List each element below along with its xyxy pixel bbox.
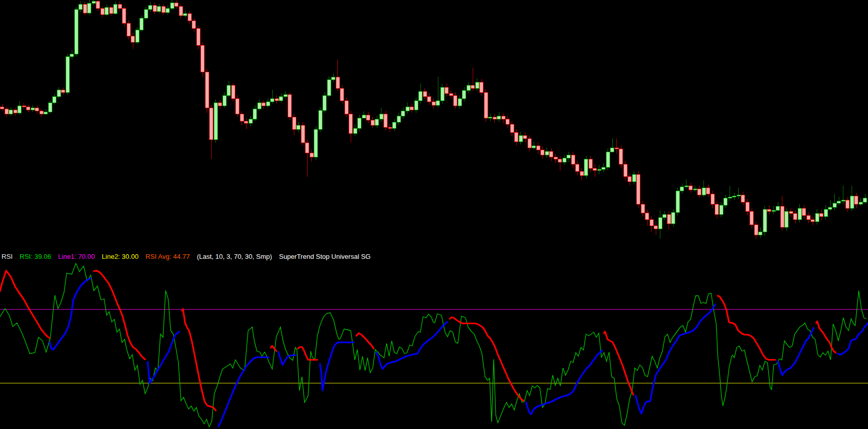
candle bbox=[497, 116, 501, 119]
candle bbox=[471, 85, 475, 88]
candle bbox=[672, 212, 675, 223]
candle bbox=[266, 101, 270, 106]
candle bbox=[406, 107, 409, 111]
supertrend-segment-down bbox=[450, 317, 523, 401]
candle bbox=[214, 103, 217, 139]
candle bbox=[135, 30, 139, 42]
candle bbox=[35, 108, 39, 111]
overlay-indicator-name: SuperTrend Stop Universal SG bbox=[279, 253, 371, 260]
candle bbox=[53, 96, 56, 103]
candle bbox=[702, 188, 705, 195]
candle bbox=[292, 117, 296, 129]
candle bbox=[658, 217, 662, 229]
supertrend-segment-down bbox=[604, 332, 633, 395]
candle bbox=[205, 72, 209, 108]
candle bbox=[528, 138, 531, 148]
candle bbox=[271, 98, 274, 101]
candle bbox=[123, 8, 126, 23]
candle bbox=[741, 195, 745, 202]
candle bbox=[118, 4, 122, 8]
candle bbox=[772, 210, 775, 211]
supertrend-segment-up bbox=[148, 332, 179, 383]
candle bbox=[179, 6, 183, 15]
candle bbox=[550, 151, 553, 157]
candle bbox=[284, 94, 287, 96]
indicator-value-line2: Line2: 30.00 bbox=[102, 253, 139, 260]
candle bbox=[719, 205, 723, 214]
candle bbox=[593, 168, 597, 170]
candle bbox=[140, 18, 144, 30]
candle bbox=[18, 106, 22, 113]
candle bbox=[523, 135, 527, 138]
candle bbox=[628, 176, 632, 181]
candle bbox=[776, 206, 780, 210]
candle bbox=[345, 100, 348, 114]
candle bbox=[576, 164, 579, 171]
candle bbox=[580, 171, 583, 175]
candle bbox=[584, 159, 588, 175]
candle bbox=[262, 103, 266, 106]
supertrend-segment-down bbox=[298, 347, 317, 360]
supertrend-segment-down bbox=[182, 309, 216, 411]
candle bbox=[693, 189, 697, 190]
supertrend-segment-up bbox=[526, 351, 602, 414]
candle bbox=[519, 135, 522, 141]
candle bbox=[253, 109, 257, 119]
candle bbox=[754, 224, 758, 235]
supertrend-segment-up bbox=[636, 304, 715, 414]
candle bbox=[846, 200, 850, 208]
candle bbox=[306, 142, 309, 153]
candle bbox=[462, 90, 466, 98]
candle bbox=[645, 213, 649, 219]
candle bbox=[667, 214, 671, 223]
candle bbox=[27, 107, 30, 110]
candle bbox=[802, 208, 806, 215]
candle bbox=[863, 198, 867, 202]
candle bbox=[663, 214, 667, 217]
candle bbox=[745, 202, 749, 211]
candle bbox=[210, 108, 213, 139]
candle bbox=[798, 208, 801, 219]
candle bbox=[397, 116, 400, 122]
candle bbox=[279, 96, 283, 100]
candles-layer bbox=[1, 0, 867, 239]
candle bbox=[698, 189, 701, 195]
candle bbox=[62, 90, 65, 92]
candle bbox=[227, 85, 231, 95]
candle bbox=[789, 211, 793, 213]
candle bbox=[170, 3, 174, 8]
candle bbox=[711, 194, 714, 204]
candle bbox=[249, 119, 252, 123]
candle bbox=[768, 209, 771, 211]
candle bbox=[458, 98, 461, 106]
candle bbox=[379, 114, 383, 119]
candle bbox=[650, 219, 653, 226]
candle bbox=[545, 151, 549, 155]
supertrend-segment-up bbox=[320, 342, 354, 391]
trading-chart-window: RSI RSI: 39.06 Line1: 70.00 Line2: 30.00… bbox=[0, 0, 868, 429]
candle bbox=[562, 158, 566, 162]
candle bbox=[362, 115, 366, 118]
candle bbox=[480, 82, 483, 92]
candle bbox=[684, 186, 688, 187]
candle bbox=[401, 111, 405, 116]
candle bbox=[841, 200, 845, 201]
candle bbox=[332, 77, 335, 79]
candle bbox=[340, 88, 344, 100]
indicator-value-line1: Line1: 70.00 bbox=[58, 253, 95, 260]
candle bbox=[109, 7, 113, 13]
candle bbox=[724, 198, 728, 205]
candle bbox=[301, 125, 305, 142]
supertrend-segment-down bbox=[356, 333, 374, 349]
candle bbox=[759, 232, 762, 235]
candle bbox=[275, 98, 278, 100]
candle bbox=[794, 213, 797, 219]
candle bbox=[510, 124, 514, 132]
candle bbox=[367, 115, 370, 120]
candle bbox=[188, 13, 191, 21]
candle bbox=[515, 132, 518, 141]
candle bbox=[454, 95, 457, 106]
chart-canvas[interactable] bbox=[0, 0, 868, 429]
candle bbox=[245, 121, 248, 123]
candle bbox=[623, 164, 627, 176]
